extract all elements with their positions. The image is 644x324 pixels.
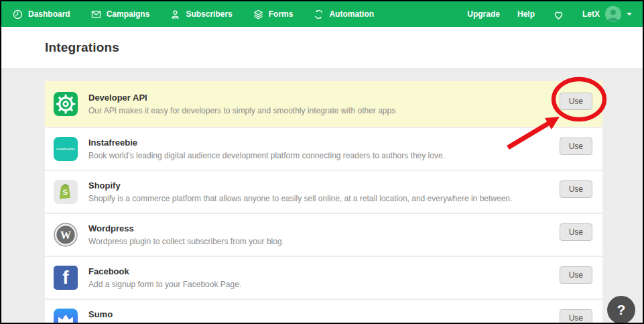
nav-label: Automation — [329, 9, 374, 19]
integration-title: Sumo — [88, 309, 560, 319]
top-navbar: Dashboard Campaigns Subscribers — [1, 1, 643, 27]
help-fab-button[interactable]: ? — [607, 296, 635, 324]
integration-title: Shopify — [88, 180, 560, 191]
nav-item-dashboard[interactable]: Dashboard — [12, 9, 70, 20]
integration-row-instafreebie: instafreebie Instafreebie Book world's l… — [45, 128, 602, 170]
integrations-list: Developer API Our API makes it easy for … — [1, 69, 643, 324]
page-header: Integrations — [1, 27, 643, 69]
integration-description: Wordpress plugin to collect subscribers … — [88, 237, 560, 246]
page-title: Integrations — [45, 40, 119, 55]
chevron-down-icon — [627, 13, 632, 15]
use-button-shopify[interactable]: Use — [560, 180, 592, 198]
use-button-sumo[interactable]: Use — [560, 309, 592, 324]
gear-icon — [54, 92, 78, 116]
use-button-instafreebie[interactable]: Use — [560, 138, 592, 155]
integration-row-wordpress: W Wordpress Wordpress plugin to collect … — [45, 214, 602, 256]
heart-icon[interactable] — [552, 9, 565, 20]
avatar — [605, 6, 621, 22]
use-button-facebook[interactable]: Use — [560, 266, 592, 284]
integration-title: Facebook — [88, 266, 560, 276]
nav-item-subscribers[interactable]: Subscribers — [170, 9, 232, 20]
layers-icon — [253, 9, 264, 20]
integration-title: Developer API — [88, 93, 560, 103]
account-menu[interactable]: LetX — [582, 6, 632, 22]
shopify-icon: S — [54, 180, 78, 204]
nav-item-forms[interactable]: Forms — [253, 9, 294, 20]
clock-icon — [12, 9, 23, 20]
wordpress-icon: W — [54, 223, 78, 247]
svg-text:S: S — [62, 188, 68, 197]
integration-description: Shopify is a commerce platform that allo… — [88, 194, 560, 203]
upgrade-link[interactable]: Upgrade — [467, 9, 500, 19]
instafreebie-icon: instafreebie — [54, 137, 78, 161]
instafreebie-icon-label: instafreebie — [56, 137, 75, 161]
nav-label: Campaigns — [107, 9, 150, 19]
facebook-f-glyph: f — [62, 266, 68, 290]
envelope-icon — [90, 9, 102, 20]
refresh-icon — [313, 9, 324, 20]
nav-item-automation[interactable]: Automation — [313, 9, 374, 20]
integration-row-facebook: f Facebook Add a signup form to your Fac… — [45, 257, 602, 299]
app-window: Dashboard Campaigns Subscribers — [0, 0, 644, 324]
integration-description: Our API makes it easy for developers to … — [88, 106, 560, 115]
use-button-developer-api[interactable]: Use — [560, 93, 592, 110]
integration-title: Wordpress — [88, 223, 560, 233]
integration-description: Add a signup form to your Facebook Page. — [88, 280, 560, 289]
integration-title: Instafreebie — [88, 138, 560, 148]
svg-text:W: W — [60, 229, 71, 241]
integration-row-shopify: S Shopify Shopify is a commerce platform… — [45, 171, 602, 213]
account-name: LetX — [582, 9, 600, 19]
nav-item-campaigns[interactable]: Campaigns — [90, 9, 150, 20]
help-link[interactable]: Help — [517, 9, 535, 19]
nav-label: Forms — [269, 9, 294, 19]
use-button-wordpress[interactable]: Use — [560, 223, 592, 241]
integration-row-sumo: Sumo Tools to grow your email list: pop-… — [45, 300, 602, 324]
nav-label: Subscribers — [186, 9, 232, 19]
nav-label: Dashboard — [28, 9, 70, 19]
integration-row-developer-api: Developer API Our API makes it easy for … — [45, 81, 602, 127]
integration-description: Book world's leading digital audience de… — [88, 151, 560, 160]
crown-icon — [54, 309, 78, 324]
facebook-icon: f — [54, 266, 78, 290]
person-icon — [170, 9, 181, 20]
